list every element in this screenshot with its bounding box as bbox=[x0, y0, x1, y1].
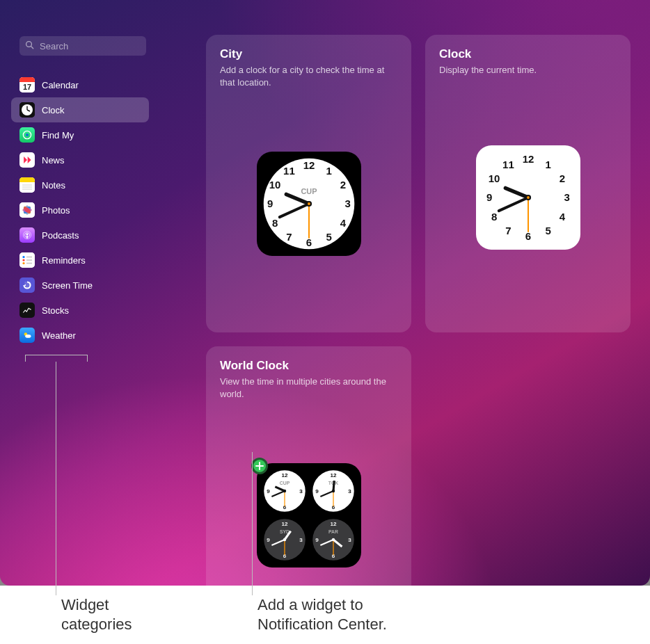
svg-text:PAR: PAR bbox=[328, 529, 338, 534]
svg-text:9: 9 bbox=[486, 191, 492, 203]
callout-line bbox=[56, 586, 56, 595]
sidebar-item-photos[interactable]: Photos bbox=[11, 198, 149, 223]
svg-text:12: 12 bbox=[281, 472, 287, 478]
svg-text:CUP: CUP bbox=[301, 187, 317, 195]
svg-text:9: 9 bbox=[267, 537, 270, 543]
svg-text:7: 7 bbox=[505, 225, 511, 236]
svg-text:3: 3 bbox=[348, 537, 351, 543]
svg-text:9: 9 bbox=[267, 198, 273, 209]
search-input[interactable] bbox=[38, 40, 158, 52]
svg-text:12: 12 bbox=[330, 472, 336, 478]
sidebar-item-clock[interactable]: Clock bbox=[11, 97, 149, 122]
svg-text:12: 12 bbox=[303, 159, 315, 170]
callout-line bbox=[252, 452, 253, 586]
svg-point-39 bbox=[25, 335, 31, 338]
svg-point-31 bbox=[22, 256, 24, 258]
search-box[interactable] bbox=[19, 36, 146, 56]
sidebar-item-notes[interactable]: Notes bbox=[11, 172, 149, 198]
card-description: Add a clock for a city to check the time… bbox=[220, 64, 394, 88]
svg-text:11: 11 bbox=[502, 159, 514, 170]
svg-text:8: 8 bbox=[271, 216, 277, 228]
news-icon bbox=[19, 152, 35, 168]
svg-text:3: 3 bbox=[564, 191, 569, 203]
sidebar-item-label: Weather bbox=[42, 330, 76, 341]
sidebar-item-label: News bbox=[42, 155, 65, 166]
plus-icon bbox=[255, 462, 264, 470]
photos-icon bbox=[19, 202, 35, 218]
sidebar: 17 Calendar Clock Find My News bbox=[0, 0, 160, 586]
widget-option-clock[interactable]: Clock Display the current time. 1212 345… bbox=[425, 35, 631, 332]
svg-point-86 bbox=[283, 489, 285, 492]
svg-text:9: 9 bbox=[267, 488, 270, 494]
svg-text:2: 2 bbox=[340, 179, 345, 191]
svg-text:1: 1 bbox=[326, 164, 331, 176]
stocks-icon bbox=[19, 303, 35, 318]
notes-icon bbox=[19, 177, 35, 193]
sidebar-item-label: Reminders bbox=[42, 255, 86, 266]
widget-preview-grid: City Add a clock for a city to check the… bbox=[206, 35, 636, 586]
screentime-icon bbox=[19, 277, 35, 293]
svg-point-33 bbox=[22, 262, 24, 264]
svg-text:11: 11 bbox=[283, 164, 295, 176]
sidebar-item-calendar[interactable]: 17 Calendar bbox=[11, 72, 149, 97]
svg-point-106 bbox=[283, 538, 285, 540]
sidebar-item-label: Photos bbox=[42, 205, 70, 216]
findmy-icon bbox=[19, 127, 35, 143]
sidebar-item-findmy[interactable]: Find My bbox=[11, 122, 149, 147]
sidebar-list: 17 Calendar Clock Find My News bbox=[7, 72, 153, 348]
svg-point-116 bbox=[331, 538, 334, 540]
svg-point-58 bbox=[308, 202, 310, 205]
widget-option-city[interactable]: City Add a clock for a city to check the… bbox=[206, 35, 411, 332]
svg-text:4: 4 bbox=[559, 210, 565, 222]
svg-point-0 bbox=[26, 42, 32, 47]
sidebar-item-label: Calendar bbox=[42, 80, 79, 90]
sidebar-item-reminders[interactable]: Reminders bbox=[11, 248, 149, 273]
mini-clock: 12693 SYD bbox=[262, 517, 307, 562]
sidebar-item-stocks[interactable]: Stocks bbox=[11, 298, 149, 323]
widget-gallery-panel: 17 Calendar Clock Find My News bbox=[0, 0, 650, 586]
podcasts-icon bbox=[19, 227, 35, 243]
sidebar-item-weather[interactable]: Weather bbox=[11, 323, 149, 348]
mini-clock: 12693 PAR bbox=[311, 517, 356, 562]
weather-icon bbox=[19, 328, 35, 343]
widget-option-world-clock[interactable]: World Clock View the time in multiple ci… bbox=[206, 346, 411, 586]
svg-text:9: 9 bbox=[315, 488, 319, 494]
callout-line bbox=[56, 362, 56, 586]
calendar-icon: 17 bbox=[19, 77, 35, 92]
annotation-strip: Widget categories Add a widget to Notifi… bbox=[0, 586, 650, 644]
mini-clock: 12693 TOK bbox=[311, 469, 356, 513]
callout-line bbox=[252, 586, 253, 595]
svg-rect-14 bbox=[19, 181, 35, 182]
sidebar-item-label: Stocks bbox=[42, 305, 69, 316]
city-clock-preview: 1212 345 678 91011 CUP bbox=[257, 152, 361, 256]
clock-icon bbox=[19, 102, 35, 118]
svg-text:3: 3 bbox=[348, 488, 351, 494]
svg-text:12: 12 bbox=[522, 152, 534, 164]
sidebar-item-screentime[interactable]: Screen Time bbox=[11, 273, 149, 298]
svg-text:3: 3 bbox=[299, 537, 303, 543]
svg-text:CUP: CUP bbox=[279, 481, 290, 485]
sidebar-item-label: Screen Time bbox=[42, 280, 93, 291]
svg-text:12: 12 bbox=[330, 521, 336, 527]
svg-text:9: 9 bbox=[315, 537, 319, 543]
svg-point-37 bbox=[24, 284, 26, 286]
sidebar-item-label: Podcasts bbox=[42, 230, 79, 241]
annotation-label-categories: Widget categories bbox=[61, 595, 132, 634]
analog-clock-icon: 1212 345 678 91011 bbox=[481, 150, 576, 245]
svg-line-93 bbox=[333, 481, 334, 491]
card-title: Clock bbox=[439, 47, 617, 61]
svg-text:8: 8 bbox=[491, 210, 496, 222]
svg-point-32 bbox=[22, 259, 24, 261]
sidebar-item-label: Clock bbox=[42, 105, 65, 115]
clock-preview: 1212 345 678 91011 bbox=[476, 145, 580, 250]
mini-clock: 12693 CUP bbox=[262, 469, 307, 513]
sidebar-item-news[interactable]: News bbox=[11, 147, 149, 172]
card-description: Display the current time. bbox=[439, 64, 613, 77]
svg-text:3: 3 bbox=[344, 198, 350, 209]
sidebar-item-label: Notes bbox=[42, 180, 65, 191]
sidebar-item-podcasts[interactable]: Podcasts bbox=[11, 223, 149, 248]
reminders-icon bbox=[19, 252, 35, 268]
svg-rect-4 bbox=[19, 81, 35, 82]
add-widget-button[interactable] bbox=[251, 458, 268, 474]
svg-line-1 bbox=[31, 47, 33, 49]
